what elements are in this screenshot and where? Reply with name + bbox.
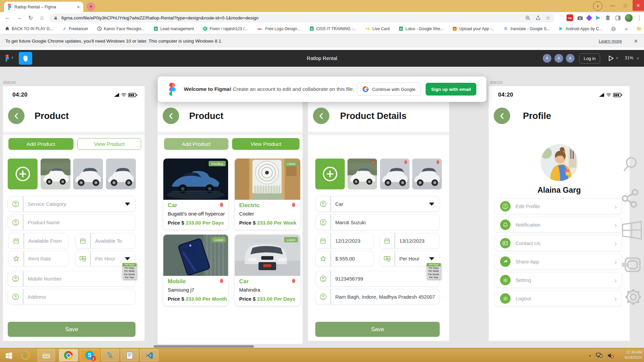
taskbar-vscode[interactable] [140, 349, 158, 361]
product-card[interactable]: Listed Electric Cooler Price $ 233.00 Pe… [235, 159, 300, 230]
dropdown-option[interactable]: Per Hour [122, 263, 137, 266]
available-to-input[interactable]: Available To [75, 233, 136, 249]
other-bookmarks[interactable]: Other bookmarks [636, 26, 644, 32]
available-from-input[interactable]: Available From [8, 233, 69, 249]
delete-icon[interactable] [219, 278, 224, 283]
view-product-button[interactable]: View Product [77, 138, 141, 150]
dropdown-option[interactable]: Per Month [122, 273, 137, 276]
menu-item-notification[interactable]: Notification › [495, 217, 622, 233]
bookmark-item[interactable]: Freelancer [62, 26, 88, 31]
extension-play-icon[interactable] [595, 15, 601, 21]
dropdown-option[interactable]: Per Hour [427, 263, 441, 266]
canvas-horizontal-scrollbar[interactable] [154, 345, 254, 348]
browser-avatar[interactable] [625, 14, 633, 22]
url-text[interactable]: figma.com/file/eP0iy3hCPhUYrkqj7wlwZZ/Ra… [61, 15, 520, 20]
dropdown-option[interactable]: Per Week [427, 269, 441, 273]
reload-icon[interactable]: ↻ [25, 14, 36, 21]
browser-profile-chevron-icon[interactable]: ∨ [593, 1, 602, 11]
menu-item-contact-us[interactable]: Contact Us › [495, 235, 622, 251]
service-category-select[interactable]: Service Category [8, 196, 136, 212]
product-name-input[interactable]: Maruti Suzuki [315, 215, 440, 230]
home-icon[interactable]: ⌂ [36, 14, 48, 21]
address-input[interactable]: Ram Bagh, Indore, Madhya Pradesh 452007 [315, 289, 440, 305]
taskbar-ie[interactable] [18, 349, 33, 361]
bookmark-item[interactable]: Upload your App -... [452, 26, 495, 31]
frame-product-details[interactable]: 04:20 Product Details Car Maruti Suzuki … [308, 86, 449, 341]
new-tab-button[interactable]: + [87, 2, 95, 11]
view-product-button[interactable]: View Product [232, 138, 300, 150]
forward-icon[interactable]: → [13, 14, 25, 21]
bookmark-item[interactable]: BACK TO IN PLAY G... [5, 26, 53, 31]
bookmark-item[interactable]: CISS IT TRAINING -... [309, 26, 357, 31]
window-close-button[interactable]: ✕ [633, 0, 644, 11]
add-product-button[interactable]: Add Product [164, 138, 228, 150]
avatar[interactable]: A [554, 54, 564, 63]
rent-rate-input[interactable]: Rent Rate [8, 251, 69, 266]
taskbar-notepad[interactable] [121, 349, 138, 361]
menu-item-setting[interactable]: Setting › [495, 272, 622, 288]
learn-more-link[interactable]: Learn more [599, 39, 622, 44]
dropdown-option[interactable]: Per Week [122, 269, 137, 273]
zoom-level[interactable]: 31% [625, 56, 633, 60]
dropdown-option[interactable]: Per Year [427, 276, 441, 279]
zoom-indicator-icon[interactable] [525, 15, 531, 21]
share-icon[interactable] [535, 15, 541, 21]
window-maximize-button[interactable]: □ [619, 0, 631, 11]
continue-with-google-button[interactable]: Continue with Google [357, 82, 421, 96]
rate-unit-dropdown[interactable]: Per Hour Per Days Per Week Per Month Per… [427, 263, 441, 279]
menu-item-share-app[interactable]: Share App › [495, 254, 622, 269]
delete-photo-icon[interactable] [371, 160, 375, 164]
frame-product-add[interactable]: 04:20 Product Add Product View Product S… [3, 86, 145, 341]
browser-menu-icon[interactable]: ⋮ [636, 14, 642, 21]
delete-icon[interactable] [291, 202, 296, 207]
sign-up-with-email-button[interactable]: Sign up with email [426, 83, 476, 96]
bookmark-item[interactable]: Lead management [153, 26, 194, 31]
taskbar-chrome[interactable] [59, 349, 78, 361]
rate-unit-dropdown[interactable]: Per Hour Per Days Per Week Per Month Per… [122, 263, 137, 279]
bookmark-item[interactable]: Free Logo Design... [256, 26, 300, 31]
taskbar-skype[interactable]: S 2 [80, 349, 99, 361]
bookmark-globe-icon[interactable] [611, 26, 616, 32]
bookmark-item[interactable]: Live Card [365, 26, 389, 31]
extensions-puzzle-icon[interactable] [605, 15, 611, 21]
product-photo[interactable] [41, 159, 70, 189]
delete-icon[interactable] [219, 202, 224, 207]
bookmark-item[interactable]: Android Apps by C... [558, 26, 602, 31]
bookmarks-overflow-icon[interactable]: » [625, 26, 628, 32]
product-card[interactable]: Listed Car Mahindra Price $ 233.00 Per D… [235, 235, 300, 306]
add-image-tile[interactable] [315, 159, 345, 189]
dropdown-option[interactable]: Per Days [122, 266, 137, 270]
back-button[interactable] [163, 108, 179, 124]
bookmark-star-icon[interactable]: ☆ [546, 15, 550, 21]
product-name-input[interactable]: Product Name [8, 215, 136, 230]
available-to-input[interactable]: 13/12/2023 [379, 233, 440, 249]
rent-rate-input[interactable]: $.555.00 [315, 251, 374, 266]
save-button[interactable]: Save [315, 322, 440, 337]
dropdown-option[interactable]: Per Year [122, 276, 137, 279]
profile-avatar[interactable] [541, 144, 578, 181]
extension-camera-icon[interactable] [577, 15, 583, 21]
present-play-icon[interactable] [608, 55, 614, 61]
menu-item-logout[interactable]: Logout › [495, 291, 622, 306]
taskbar-remote[interactable] [101, 349, 119, 361]
menu-item-edit-profile[interactable]: Edit Profile › [495, 198, 622, 214]
frame-profile[interactable]: 04:20 Profile Alaina Garg Edit Profile ›… [489, 86, 630, 341]
mobile-number-input[interactable]: Mobile Number [8, 271, 136, 287]
available-from-input[interactable]: 12/12/2023 [315, 233, 374, 249]
window-minimize-button[interactable]: — [606, 0, 619, 11]
product-card[interactable]: Listed Mobile Samsung j7 Price $ 233.00 … [163, 235, 228, 306]
start-button[interactable] [1, 349, 16, 361]
back-icon[interactable]: ← [2, 14, 13, 21]
delete-icon[interactable] [291, 278, 296, 283]
extension-diamond-icon[interactable] [586, 15, 592, 21]
taskbar-explorer[interactable] [38, 349, 55, 361]
login-button[interactable]: Log in [579, 53, 600, 64]
add-product-button[interactable]: Add Product [8, 138, 73, 150]
tab-close-icon[interactable]: × [77, 4, 80, 10]
frame-product-list[interactable]: 04:20 Product Add Product View Product P… [158, 86, 303, 344]
product-photo[interactable] [73, 159, 103, 189]
back-button[interactable] [494, 108, 510, 124]
back-button[interactable] [313, 108, 329, 124]
taskbar-clock[interactable]: 11:36 AM 8/24/2023 [625, 350, 642, 360]
bookmark-item[interactable]: translate - Google S... [503, 26, 550, 31]
